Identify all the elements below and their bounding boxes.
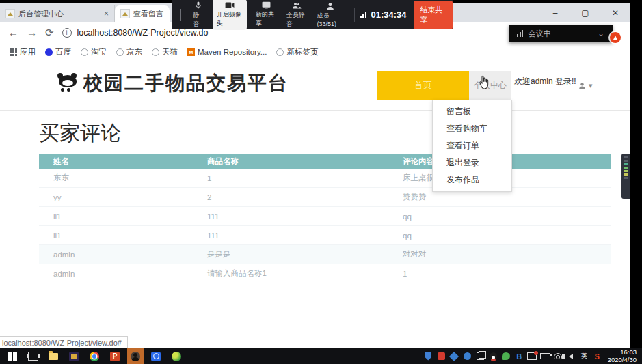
user-menu[interactable]: ▾ [578, 81, 593, 90]
bookmark-maven[interactable]: M Maven Repository... [187, 48, 267, 56]
cell-name: ll1 [39, 212, 193, 221]
maven-icon: M [187, 48, 195, 56]
chrome-button[interactable] [86, 348, 103, 364]
camera-button[interactable]: 开启摄像头 [213, 0, 247, 30]
share-indicator-icon[interactable] [610, 32, 621, 43]
cell-comment: 赞赞赞 [388, 192, 611, 202]
meeting-status-bar[interactable]: 会议中 ⌄ [509, 25, 613, 42]
minimize-button[interactable]: – [540, 3, 570, 22]
meeting-timer: 01:34:34 [360, 10, 407, 20]
green-app-button[interactable] [168, 348, 185, 364]
bookmark-label: Maven Repository... [198, 48, 267, 56]
cell-name: ll1 [39, 232, 193, 240]
security-shield-icon[interactable] [423, 351, 433, 361]
screen: 后台管理中心 × 查看留言 – ▢ ✕ ← → ⟳ i localhost:80… [0, 0, 642, 364]
meeting-status-label: 会议中 [529, 29, 551, 39]
tab-favicon-icon [5, 9, 15, 18]
menu-item-logout[interactable]: 退出登录 [433, 154, 511, 171]
nav-home-label: 首页 [414, 79, 432, 92]
table-row[interactable]: admin 请输入商品名称1 1 [39, 264, 611, 283]
system-tray: B 英 S 16:03 2020/4/30 [423, 348, 642, 364]
tab-title: 后台管理中心 [18, 9, 100, 19]
col-header-name: 姓名 [39, 156, 193, 167]
bookmark-jd[interactable]: 京东 [116, 47, 142, 57]
close-button[interactable]: ✕ [600, 3, 630, 22]
bookmark-label: 应用 [20, 47, 36, 57]
browser-tray-icon[interactable] [462, 351, 472, 361]
qq-icon[interactable] [488, 351, 498, 361]
back-icon[interactable]: ← [8, 27, 18, 38]
cell-name: yy [39, 193, 193, 201]
menu-item-publish[interactable]: 发布作品 [433, 171, 511, 188]
windows-stack-icon[interactable] [475, 351, 485, 361]
bookmark-baidu[interactable]: 百度 [45, 47, 71, 57]
meeting-edge-widget[interactable] [621, 154, 630, 199]
volume-icon[interactable] [566, 351, 576, 361]
microphone-icon [194, 1, 202, 10]
site-info-icon[interactable]: i [62, 28, 72, 38]
forward-icon[interactable]: → [27, 27, 37, 38]
apps-grid-icon [10, 48, 17, 56]
wechat-icon[interactable] [501, 351, 511, 361]
end-share-button[interactable]: 结束共享 [414, 1, 453, 29]
tencent-meeting-button[interactable] [148, 348, 164, 364]
status-bubble: localhost:8080/WZ-Project/view.do# [0, 336, 128, 348]
camera-label: 开启摄像头 [217, 10, 243, 28]
chevron-down-icon[interactable]: ⌄ [598, 29, 604, 38]
cell-product: 请输入商品名称1 [193, 268, 388, 279]
mute-button[interactable]: 静音 [193, 1, 203, 29]
page-title: 买家评论 [39, 120, 121, 148]
cube-app-icon[interactable] [449, 351, 459, 361]
globe-icon [152, 48, 159, 56]
cell-product: 1 [193, 174, 388, 182]
battery-icon[interactable] [540, 351, 550, 361]
nav-home-button[interactable]: 首页 [377, 71, 469, 100]
meeting-app-button[interactable] [127, 348, 144, 364]
timer-text: 01:34:34 [371, 10, 406, 20]
mute-label: 静音 [193, 11, 203, 29]
task-view-button[interactable] [25, 348, 41, 364]
taskbar-clock[interactable]: 16:03 2020/4/30 [608, 349, 637, 364]
menu-item-message-board[interactable]: 留言板 [433, 103, 511, 120]
refresh-icon[interactable]: ⟳ [45, 27, 54, 39]
divider [0, 110, 630, 111]
bookmarks-bar: 应用 百度 淘宝 京东 天猫 M Maven Repository... [0, 43, 630, 61]
table-row[interactable]: ll1 111 qq [39, 226, 611, 245]
maximize-button[interactable]: ▢ [570, 3, 600, 22]
bookmark-newtab[interactable]: 新标签页 [276, 47, 318, 57]
input-language-indicator[interactable]: 英 [579, 351, 589, 361]
tab-close-icon[interactable]: × [104, 9, 109, 18]
cell-name: admin [39, 270, 193, 278]
globe-icon [81, 48, 88, 56]
mute-all-button[interactable]: 全员静音 [286, 1, 308, 29]
bookmark-taobao[interactable]: 淘宝 [81, 47, 107, 57]
file-explorer-button[interactable] [45, 348, 62, 364]
bluetooth-icon[interactable]: B [514, 351, 524, 361]
bookmark-apps[interactable]: 应用 [10, 47, 36, 57]
tab-view-messages[interactable]: 查看留言 [115, 5, 170, 22]
welcome-text: 欢迎admin 登录!! [514, 76, 576, 87]
page-content: 校园二手物品交易平台 首页 个人中心 欢迎admin 登录!! ▾ 买家评论 姓… [0, 61, 630, 337]
pinned-app-button[interactable] [66, 348, 82, 364]
new-share-button[interactable]: 新的共享 [256, 1, 277, 28]
mute-all-label: 全员静音 [286, 11, 308, 29]
members-button[interactable]: 成员(33/51) [317, 2, 344, 27]
table-row[interactable]: yy 2 赞赞赞 [39, 188, 611, 207]
tab-admin-center[interactable]: 后台管理中心 × [0, 5, 115, 22]
table-row[interactable]: 东东 1 床上桌很好用 [39, 169, 611, 188]
menu-item-view-cart[interactable]: 查看购物车 [433, 120, 511, 137]
table-row[interactable]: ll1 111 qq [39, 207, 611, 226]
start-button[interactable] [4, 348, 21, 364]
antivirus-icon[interactable] [436, 351, 446, 361]
display-notification-icon[interactable] [527, 351, 537, 361]
bookmark-tmall[interactable]: 天猫 [152, 47, 178, 57]
windows-icon [8, 352, 17, 361]
share-screen-icon [262, 1, 271, 9]
drag-handle-icon[interactable] [178, 9, 181, 21]
powerpoint-button[interactable]: P [107, 348, 123, 364]
cell-product: 2 [193, 193, 388, 201]
table-row[interactable]: admin 是是是 对对对 [39, 245, 611, 264]
browser-window: 后台管理中心 × 查看留言 – ▢ ✕ ← → ⟳ i localhost:80… [0, 3, 630, 348]
menu-item-view-orders[interactable]: 查看订单 [433, 137, 511, 154]
sogou-input-icon[interactable]: S [592, 351, 602, 361]
